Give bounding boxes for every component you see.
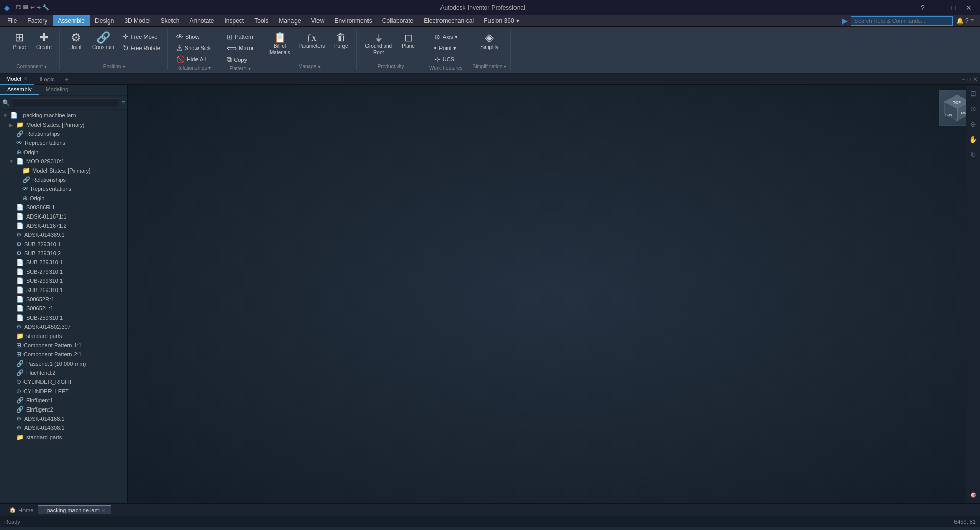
orbit-btn[interactable]: ↻ (967, 148, 980, 161)
zoom-out-btn[interactable]: ⊖ (967, 117, 980, 131)
tree-item-mod029310[interactable]: 📄 MOD-029310:1 (0, 157, 127, 166)
tree-item-representations-2[interactable]: 👁 Representations (0, 184, 127, 194)
close-packing-tab[interactable]: ✕ (102, 508, 106, 513)
tree-item-std-parts-2[interactable]: 📁 standard parts (0, 432, 127, 442)
manage-group-label[interactable]: Manage ▾ (298, 64, 321, 70)
panel-maximize-btn[interactable]: □ (967, 76, 971, 83)
tree-item-sub279310[interactable]: 📄 SUB-279310:1 (0, 267, 127, 276)
tree-item-sub299310[interactable]: 📄 SUB-299310:1 (0, 276, 127, 285)
tree-item-adsk014308[interactable]: ⚙ ADSK-014308:1 (0, 423, 127, 432)
tab-ilogic[interactable]: iLogic (34, 74, 61, 84)
tree-item-relationships[interactable]: 🔗 Relationships (0, 129, 127, 138)
bom-button[interactable]: 📋 Bill ofMaterials (266, 31, 293, 57)
mirror-button[interactable]: ⟺ Mirror (224, 43, 257, 53)
tree-item-s00652l[interactable]: 📄 S00652L:1 (0, 304, 127, 313)
close-btn[interactable]: ✕ (962, 1, 976, 15)
tree-item-origin[interactable]: ⊕ Origin (0, 148, 127, 157)
tree-item-sub259310[interactable]: 📄 SUB-259310:1 (0, 313, 127, 322)
expand-mod029310[interactable] (8, 159, 14, 164)
tree-search-input[interactable] (12, 98, 119, 107)
show-button[interactable]: 👁 Show (173, 32, 214, 42)
expand-root[interactable] (2, 113, 8, 118)
menu-electromech[interactable]: Electromechanical (419, 15, 479, 26)
copy-button[interactable]: ⧉ Copy (224, 54, 257, 65)
free-move-button[interactable]: ✛ Free Move (119, 32, 163, 42)
menu-collaborate[interactable]: Collaborate (377, 15, 419, 26)
sub-tab-assembly[interactable]: Assembly (0, 85, 39, 95)
hide-all-button[interactable]: 🚫 Hide All (173, 54, 214, 64)
tree-item-s00s86r[interactable]: 📄 S00S86R:1 (0, 203, 127, 212)
pattern-button[interactable]: ⊞ Pattern (224, 32, 257, 42)
minimize-btn[interactable]: − (931, 1, 945, 15)
free-rotate-button[interactable]: ↻ Free Rotate (119, 43, 163, 53)
menu-manage[interactable]: Manage (274, 15, 306, 26)
ucs-button[interactable]: ⊹ UCS (431, 54, 461, 64)
show-sick-button[interactable]: ⚠ Show Sick (173, 43, 214, 53)
expand-model-states[interactable] (8, 122, 14, 128)
axis-button[interactable]: ⊕ Axis ▾ (431, 32, 461, 42)
tree-item-sub269310[interactable]: 📄 SUB-269310:1 (0, 285, 127, 295)
constrain-button[interactable]: 🔗 Constrain (89, 31, 117, 52)
tree-item-cyl-left[interactable]: ⊙ CYLINDER_LEFT (0, 387, 127, 396)
tree-item-sub239310-1[interactable]: 📄 SUB-239310:1 (0, 258, 127, 267)
place-button[interactable]: ⊞ Place (8, 31, 31, 52)
menu-design[interactable]: Design (90, 15, 119, 26)
tab-home[interactable]: 🏠 Home (4, 505, 38, 514)
tree-item-sub239310-2[interactable]: ⚙ SUB-239310:2 (0, 249, 127, 258)
plane-button[interactable]: ◻ Plane (397, 31, 420, 51)
tree-item-origin-2[interactable]: ⊕ Origin (0, 194, 127, 203)
menu-sketch[interactable]: Sketch (156, 15, 185, 26)
tab-model[interactable]: Model ✕ (0, 74, 34, 85)
tree-item-s00652r[interactable]: 📄 S00652R:1 (0, 295, 127, 304)
menu-3dmodel[interactable]: 3D Model (119, 15, 155, 26)
tree-menu-icon[interactable]: ≡ (121, 99, 125, 106)
panel-close-btn[interactable]: ✕ (973, 76, 978, 83)
menu-tools[interactable]: Tools (249, 15, 274, 26)
pan-btn[interactable]: ✋ (967, 133, 980, 146)
menu-view[interactable]: View (306, 15, 330, 26)
tree-item-cyl-right[interactable]: ⊙ CYLINDER_RIGHT (0, 377, 127, 387)
position-group-label[interactable]: Position ▾ (103, 64, 125, 70)
maximize-btn[interactable]: □ (946, 1, 961, 15)
menu-inspect[interactable]: Inspect (219, 15, 250, 26)
tree-item-fluchtend[interactable]: 🔗 Fluchtend:2 (0, 368, 127, 377)
menu-file[interactable]: File (2, 15, 22, 26)
component-group-label[interactable]: Component ▾ (16, 64, 46, 70)
tree-item-passend[interactable]: 🔗 Passend:1 (10.000 mm) (0, 359, 127, 368)
panel-minimize-btn[interactable]: − (962, 76, 965, 83)
tree-item-einfugen-1[interactable]: 🔗 Einfügen:1 (0, 396, 127, 405)
zoom-in-btn[interactable]: ⊕ (967, 102, 980, 115)
parameters-button[interactable]: ƒx Parameters (296, 31, 328, 51)
tree-item-comp-pattern-1[interactable]: ⊞ Component Pattern 1:1 (0, 341, 127, 350)
simplify-button[interactable]: ◈ Simplify (477, 31, 501, 52)
tree-item-model-states[interactable]: 📁 Model States: [Primary] (0, 120, 127, 129)
help-btn[interactable]: ? (916, 1, 930, 15)
relationships-group-label[interactable]: Relationships ▾ (176, 65, 211, 72)
sub-tab-modeling[interactable]: Modeling (39, 85, 76, 95)
menu-assemble[interactable]: Assemble (53, 15, 90, 26)
ground-root-button[interactable]: ⏚ Ground andRoot (362, 31, 395, 57)
close-model-tab[interactable]: ✕ (23, 76, 28, 81)
tree-item-model-states-2[interactable]: 📁 Model States: [Primary] (0, 166, 127, 175)
tree-item-einfugen-2[interactable]: 🔗 Einfügen:2 (0, 405, 127, 414)
create-button[interactable]: ✚ Create (33, 31, 55, 52)
help-search-input[interactable] (851, 16, 953, 26)
tree-item-adsk011671-2[interactable]: 📄 ADSK-011671:2 (0, 221, 127, 230)
tree-item-comp-pattern-2[interactable]: ⊞ Component Pattern 2:1 (0, 350, 127, 359)
tree-item-sub229310-1[interactable]: ⚙ SUB-229310:1 (0, 239, 127, 249)
menu-fusion[interactable]: Fusion 360 ▾ (479, 15, 524, 26)
tab-packing-machine[interactable]: _packing machine.iam ✕ (38, 505, 110, 514)
pattern-group-label[interactable]: Pattern ▾ (230, 66, 251, 73)
joint-button[interactable]: ⚙ Joint (65, 31, 87, 52)
add-tab-btn[interactable]: + (61, 73, 73, 85)
menu-environments[interactable]: Environments (329, 15, 377, 26)
tree-item-adsk011671-1[interactable]: 📄 ADSK-011671:1 (0, 212, 127, 221)
purge-button[interactable]: 🗑 Purge (330, 31, 352, 51)
tree-item-adsk014389[interactable]: ⚙ ADSK-014389:1 (0, 230, 127, 239)
tree-item-std-parts-1[interactable]: 📁 standard parts (0, 331, 127, 341)
simplification-group-label[interactable]: Simplification ▾ (472, 64, 506, 70)
tree-item-representations[interactable]: 👁 Representations (0, 138, 127, 148)
tree-item-root[interactable]: 📄 _packing machine.iam (0, 111, 127, 120)
tree-item-relationships-2[interactable]: 🔗 Relationships (0, 175, 127, 184)
menu-factory[interactable]: Factory (22, 15, 53, 26)
